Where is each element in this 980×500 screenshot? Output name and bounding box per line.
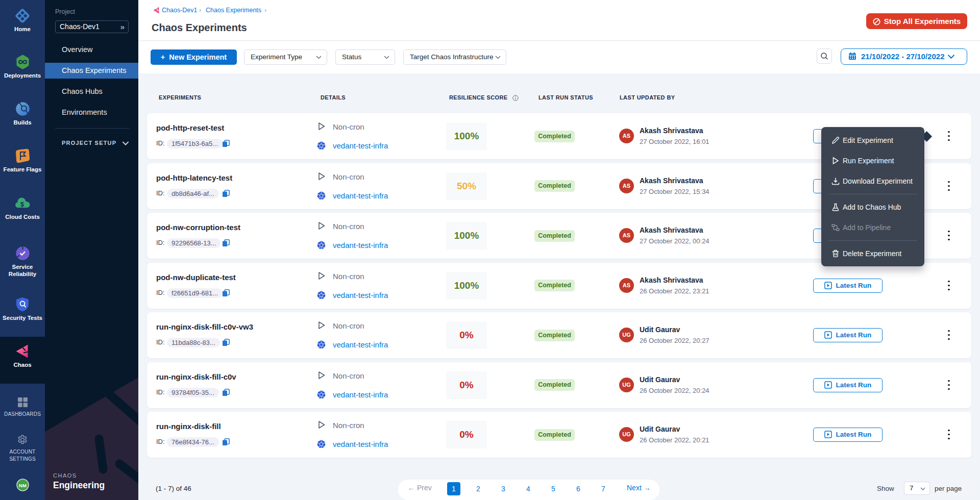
svg-text:NM: NM [19,483,27,488]
svg-text:$: $ [20,201,24,208]
